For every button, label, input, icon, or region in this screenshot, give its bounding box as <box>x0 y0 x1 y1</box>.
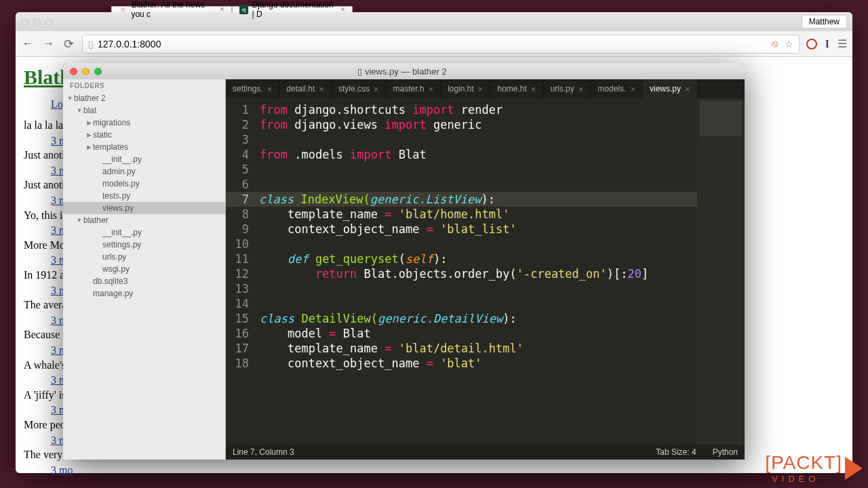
tree-folder[interactable]: ▶migrations <box>63 117 225 129</box>
toolbar-right: I ☰ <box>806 37 847 50</box>
tab-close-icon[interactable]: × <box>220 5 224 14</box>
sidebar-header: FOLDERS <box>63 79 225 92</box>
tree-file[interactable]: admin.py <box>63 165 225 178</box>
tree-folder[interactable]: ▶static <box>63 129 225 141</box>
editor-tab[interactable]: home.ht× <box>490 79 543 98</box>
editor-tab[interactable]: style.css× <box>332 79 387 98</box>
tab-label: login.ht <box>448 84 474 94</box>
tab-label: urls.py <box>550 84 574 94</box>
adblock-icon[interactable]: ⦸ <box>772 38 778 49</box>
tree-file[interactable]: views.py <box>63 202 225 214</box>
menu-icon[interactable]: ☰ <box>837 37 847 50</box>
zoom-icon[interactable] <box>45 18 53 26</box>
browser-tab-django[interactable]: dj Django documentation | D × <box>232 6 353 12</box>
tab-close-icon[interactable]: × <box>478 84 484 94</box>
browser-toolbar: ← → ⟳ ▯ 127.0.0.1:8000 ⦸ ☆ I ☰ <box>16 31 852 57</box>
tab-label: style.css <box>338 84 370 94</box>
disclosure-icon: ▼ <box>66 95 74 102</box>
browser-tab-blather[interactable]: ○ Blather: All the news you c × <box>111 6 232 12</box>
tree-file[interactable]: manage.py <box>63 287 225 300</box>
disclosure-icon: ▶ <box>85 144 93 150</box>
tree-label: db.sqlite3 <box>93 277 127 286</box>
tab-close-icon[interactable]: × <box>578 84 584 94</box>
minimap[interactable] <box>697 98 745 445</box>
tab-title: Blather: All the news you c <box>131 0 216 19</box>
tree-label: blat <box>83 106 96 115</box>
code-area[interactable]: 123456789101112131415161718 from django.… <box>226 98 745 445</box>
play-icon <box>845 457 863 480</box>
tree-file[interactable]: urls.py <box>63 251 225 263</box>
close-icon[interactable] <box>21 18 28 26</box>
watermark-subtext: VIDEO <box>765 474 842 484</box>
url-text: 127.0.0.1:8000 <box>98 39 161 49</box>
editor-sidebar: FOLDERS ▼blather 2▼blat▶migrations▶stati… <box>63 79 226 460</box>
editor-tabs: settings.×detail.ht×style.css×master.h×l… <box>226 79 745 98</box>
favicon-icon: ○ <box>119 5 127 14</box>
editor-main: settings.×detail.ht×style.css×master.h×l… <box>226 79 745 460</box>
tree-label: __init__.py <box>102 155 142 164</box>
editor-title: ▯ views.py — blather 2 <box>107 66 738 77</box>
editor-titlebar: ▯ views.py — blather 2 <box>63 63 745 79</box>
tab-close-icon[interactable]: × <box>374 84 379 94</box>
bookmark-icon[interactable]: ☆ <box>785 39 793 49</box>
minimize-icon[interactable] <box>33 18 41 26</box>
tree-folder[interactable]: ▼blat <box>63 104 225 117</box>
tab-label: models. <box>597 84 626 94</box>
status-tabsize[interactable]: Tab Size: 4 <box>656 447 696 457</box>
tab-label: master.h <box>393 84 425 94</box>
page-icon: ▯ <box>88 39 94 49</box>
zoom-icon[interactable] <box>94 68 102 75</box>
code[interactable]: from django.shortcuts import render from… <box>260 98 745 445</box>
tree-file[interactable]: models.py <box>63 178 225 190</box>
url-bar[interactable]: ▯ 127.0.0.1:8000 ⦸ ☆ <box>82 35 800 54</box>
editor-tab[interactable]: master.h× <box>387 79 441 98</box>
tab-close-icon[interactable]: × <box>319 84 324 94</box>
back-icon[interactable]: ← <box>21 37 35 51</box>
tree-label: blather <box>83 216 108 225</box>
disclosure-icon: ▼ <box>75 107 83 114</box>
tree-folder[interactable]: ▶templates <box>63 141 225 153</box>
tab-label: views.py <box>650 84 681 94</box>
minimize-icon[interactable] <box>82 68 90 75</box>
post-meta-link[interactable]: 3 mo <box>51 463 844 477</box>
tree-file[interactable]: tests.py <box>63 190 225 202</box>
gutter: 123456789101112131415161718 <box>226 98 260 445</box>
tab-label: detail.ht <box>286 84 315 94</box>
status-bar: Line 7, Column 3 Tab Size: 4 Python <box>226 445 745 460</box>
extension-icon[interactable] <box>806 39 817 49</box>
editor-tab[interactable]: settings.× <box>226 79 279 98</box>
reload-icon[interactable]: ⟳ <box>62 37 75 52</box>
tree-label: static <box>93 130 112 140</box>
disclosure-icon: ▶ <box>85 131 93 138</box>
editor-tab[interactable]: views.py× <box>643 79 698 98</box>
status-language[interactable]: Python <box>713 447 738 457</box>
tab-close-icon[interactable]: × <box>531 84 536 94</box>
tree-label: tests.py <box>102 191 130 201</box>
tab-close-icon[interactable]: × <box>340 5 345 14</box>
editor-window: ▯ views.py — blather 2 FOLDERS ▼blather … <box>63 63 745 460</box>
tab-close-icon[interactable]: × <box>630 84 635 94</box>
tree-label: models.py <box>102 179 140 188</box>
editor-tab[interactable]: detail.ht× <box>279 79 332 98</box>
tree-label: __init__.py <box>102 228 142 237</box>
editor-tab[interactable]: login.ht× <box>441 79 490 98</box>
tab-close-icon[interactable]: × <box>267 84 273 94</box>
tree-file[interactable]: __init__.py <box>63 226 225 239</box>
lastpass-icon[interactable]: I <box>825 38 829 50</box>
tree-file[interactable]: wsgi.py <box>63 263 225 275</box>
editor-tab[interactable]: models.× <box>591 79 643 98</box>
close-icon[interactable] <box>70 68 77 75</box>
tree-file[interactable]: settings.py <box>63 239 225 251</box>
tab-close-icon[interactable]: × <box>685 84 690 94</box>
tree-file[interactable]: __init__.py <box>63 153 225 165</box>
tree-folder[interactable]: ▼blather 2 <box>63 92 225 104</box>
tab-close-icon[interactable]: × <box>429 84 434 94</box>
tree-label: settings.py <box>102 240 141 249</box>
tree-file[interactable]: db.sqlite3 <box>63 275 225 287</box>
tree-label: templates <box>93 142 128 152</box>
tree-label: manage.py <box>93 289 133 298</box>
forward-icon[interactable]: → <box>41 37 55 51</box>
tree-folder[interactable]: ▼blather <box>63 214 225 226</box>
profile-button[interactable]: Matthew <box>802 15 847 28</box>
editor-tab[interactable]: urls.py× <box>543 79 591 98</box>
